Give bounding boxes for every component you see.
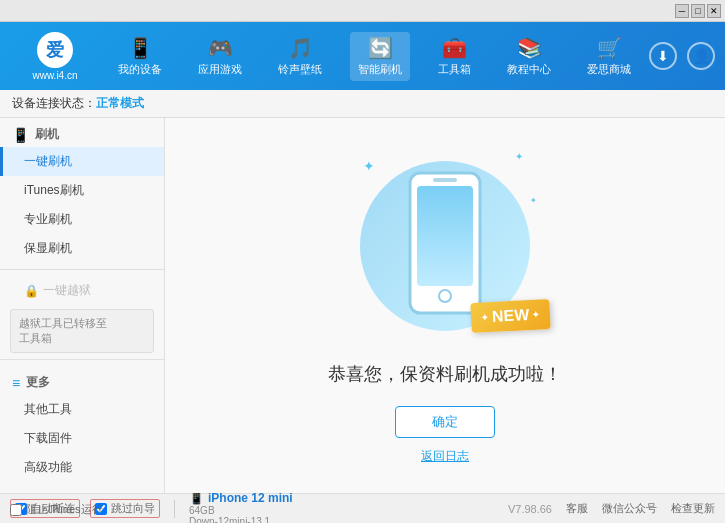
- toolbox-label: 工具箱: [438, 62, 471, 77]
- sidebar: 📱 刷机 一键刷机 iTunes刷机 专业刷机 保显刷机 🔒 一键越狱 越狱工具…: [0, 118, 165, 493]
- divider-2: [0, 359, 164, 360]
- ringtones-label: 铃声壁纸: [278, 62, 322, 77]
- device-info: 📱 iPhone 12 mini 64GB Down-12mini-13.1: [189, 491, 293, 524]
- sidebar-section-more: ≡ 更多: [0, 366, 164, 395]
- minimize-btn[interactable]: ─: [675, 4, 689, 18]
- itunes-flash-label: iTunes刷机: [24, 183, 84, 197]
- flash-section-label: 刷机: [35, 126, 59, 143]
- sidebar-item-download-firmware[interactable]: 下载固件: [0, 424, 164, 453]
- close-btn[interactable]: ✕: [707, 4, 721, 18]
- new-badge-text: NEW: [491, 306, 529, 326]
- sidebar-item-other-tools[interactable]: 其他工具: [0, 395, 164, 424]
- one-key-flash-label: 一键刷机: [24, 154, 72, 168]
- apps-games-label: 应用游戏: [198, 62, 242, 77]
- stop-itunes-checkbox[interactable]: [10, 504, 22, 516]
- nav-bar: 📱 我的设备 🎮 应用游戏 🎵 铃声壁纸 🔄 智能刷机 🧰 工具箱 📚 教程中心…: [100, 32, 649, 81]
- status-bar: 设备连接状态： 正常模式: [0, 90, 725, 118]
- other-tools-label: 其他工具: [24, 402, 72, 416]
- sparkle-right: ✦: [530, 196, 537, 205]
- bottom-right: V7.98.66 客服 微信公众号 检查更新: [508, 501, 715, 516]
- logo-icon: 爱: [37, 32, 73, 68]
- my-device-icon: 📱: [128, 36, 153, 60]
- more-section-icon: ≡: [12, 375, 20, 391]
- smart-flash-icon: 🔄: [368, 36, 393, 60]
- logo-area: 爱 www.i4.cn: [10, 32, 100, 81]
- confirm-button[interactable]: 确定: [395, 406, 495, 438]
- download-firmware-label: 下载固件: [24, 431, 72, 445]
- nav-shop[interactable]: 🛒 爱思商城: [579, 32, 639, 81]
- new-badge-star-right: ✦: [532, 309, 541, 319]
- sidebar-item-pro-flash[interactable]: 专业刷机: [0, 205, 164, 234]
- nav-tutorial[interactable]: 📚 教程中心: [499, 32, 559, 81]
- status-value: 正常模式: [96, 95, 144, 112]
- version-label: V7.98.66: [508, 503, 552, 515]
- stop-itunes-group[interactable]: 阻止iTunes运行: [10, 502, 103, 517]
- tutorial-icon: 📚: [517, 36, 542, 60]
- divider-1: [0, 269, 164, 270]
- check-update-link[interactable]: 检查更新: [671, 501, 715, 516]
- phone-illustration: ✦ ✦ ✦ ✦ NEW ✦: [345, 146, 545, 346]
- lock-icon: 🔒: [24, 284, 39, 298]
- window-controls[interactable]: ─ □ ✕: [675, 4, 721, 18]
- content-area: ✦ ✦ ✦ ✦ NEW ✦: [165, 118, 725, 493]
- title-bar: ─ □ ✕: [0, 0, 725, 22]
- main-layout: 📱 刷机 一键刷机 iTunes刷机 专业刷机 保显刷机 🔒 一键越狱 越狱工具…: [0, 118, 725, 493]
- advanced-label: 高级功能: [24, 460, 72, 474]
- apps-games-icon: 🎮: [208, 36, 233, 60]
- my-device-label: 我的设备: [118, 62, 162, 77]
- pro-flash-label: 专业刷机: [24, 212, 72, 226]
- nav-ringtones[interactable]: 🎵 铃声壁纸: [270, 32, 330, 81]
- save-flash-label: 保显刷机: [24, 241, 72, 255]
- status-prefix: 设备连接状态：: [12, 95, 96, 112]
- sidebar-item-one-key-flash[interactable]: 一键刷机: [0, 147, 164, 176]
- svg-rect-3: [433, 178, 457, 182]
- nav-smart-flash[interactable]: 🔄 智能刷机: [350, 32, 410, 81]
- bottom-bar: 自动断连 跳过向导 📱 iPhone 12 mini 64GB Down-12m…: [0, 493, 725, 523]
- shop-label: 爱思商城: [587, 62, 631, 77]
- device-firmware: Down-12mini-13.1: [189, 516, 293, 524]
- divider-bottom: [174, 500, 175, 518]
- sidebar-item-save-flash[interactable]: 保显刷机: [0, 234, 164, 263]
- stop-itunes-label: 阻止iTunes运行: [26, 502, 103, 517]
- toolbox-icon: 🧰: [442, 36, 467, 60]
- more-section-label: 更多: [26, 374, 50, 391]
- nav-my-device[interactable]: 📱 我的设备: [110, 32, 170, 81]
- sidebar-section-rescue: 🔒 一键越狱: [0, 276, 164, 305]
- rescue-label: 一键越狱: [43, 282, 91, 299]
- again-link[interactable]: 返回日志: [421, 448, 469, 465]
- sparkle-top-left: ✦: [363, 158, 375, 174]
- sidebar-section-flash: 📱 刷机: [0, 118, 164, 147]
- logo-url: www.i4.cn: [32, 70, 77, 81]
- ringtones-icon: 🎵: [288, 36, 313, 60]
- header: 爱 www.i4.cn 📱 我的设备 🎮 应用游戏 🎵 铃声壁纸 🔄 智能刷机 …: [0, 22, 725, 90]
- maximize-btn[interactable]: □: [691, 4, 705, 18]
- sidebar-item-advanced[interactable]: 高级功能: [0, 453, 164, 482]
- wechat-link[interactable]: 微信公众号: [602, 501, 657, 516]
- header-right: ⬇ 👤: [649, 42, 715, 70]
- download-button[interactable]: ⬇: [649, 42, 677, 70]
- tutorial-label: 教程中心: [507, 62, 551, 77]
- sidebar-item-itunes-flash[interactable]: iTunes刷机: [0, 176, 164, 205]
- customer-service-link[interactable]: 客服: [566, 501, 588, 516]
- new-badge-star-left: ✦: [480, 312, 489, 322]
- shop-icon: 🛒: [597, 36, 622, 60]
- success-message: 恭喜您，保资料刷机成功啦！: [328, 362, 562, 386]
- sparkle-top-right: ✦: [515, 151, 523, 162]
- new-badge: ✦ NEW ✦: [470, 299, 551, 333]
- svg-rect-1: [417, 186, 473, 286]
- flash-section-icon: 📱: [12, 127, 29, 143]
- nav-toolbox[interactable]: 🧰 工具箱: [430, 32, 479, 81]
- phone-svg: [405, 168, 485, 318]
- device-storage: 64GB: [189, 505, 293, 516]
- nav-apps-games[interactable]: 🎮 应用游戏: [190, 32, 250, 81]
- smart-flash-label: 智能刷机: [358, 62, 402, 77]
- user-button[interactable]: 👤: [687, 42, 715, 70]
- rescue-note-box: 越狱工具已转移至工具箱: [10, 309, 154, 353]
- skip-wizard-label: 跳过向导: [111, 501, 155, 516]
- rescue-note: 越狱工具已转移至工具箱: [19, 317, 107, 344]
